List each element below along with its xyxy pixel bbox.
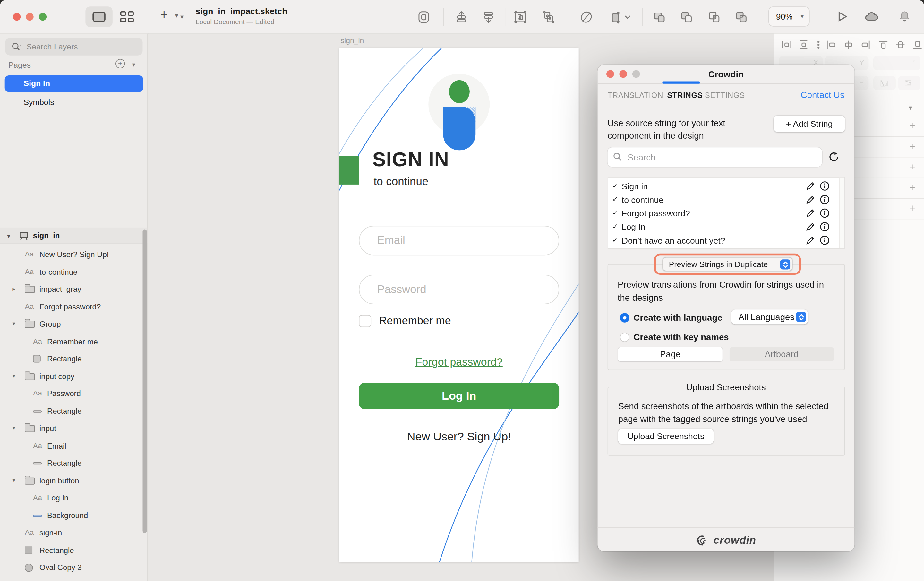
- move-forward-icon[interactable]: [454, 9, 469, 25]
- layer-row[interactable]: ▾input: [0, 420, 142, 437]
- layer-row[interactable]: Background: [0, 507, 142, 524]
- info-icon[interactable]: [820, 235, 830, 248]
- close-window-button[interactable]: [13, 13, 21, 20]
- layer-row[interactable]: ▸impact_gray: [0, 281, 142, 298]
- password-field[interactable]: [359, 275, 559, 304]
- zoom-level-dropdown[interactable]: 90% ▾: [768, 7, 810, 26]
- forgot-password-link[interactable]: Forgot password?: [340, 356, 579, 369]
- refresh-icon[interactable]: [827, 150, 840, 163]
- chevron-right-icon[interactable]: ▸: [13, 285, 15, 292]
- resize-tool-chevron-icon[interactable]: [624, 9, 632, 25]
- add-style-plus-icon[interactable]: +: [908, 163, 917, 172]
- add-style-plus-icon[interactable]: +: [908, 121, 917, 131]
- layer-row[interactable]: AaEmail: [0, 437, 142, 455]
- artboard-layer-row[interactable]: ▾ sign_in: [0, 228, 147, 243]
- insert-chevron-icon[interactable]: ▾: [175, 12, 178, 20]
- chevron-down-icon[interactable]: ▾: [7, 232, 10, 240]
- email-field[interactable]: [359, 226, 559, 255]
- document-title[interactable]: sign_in_impact.sketch: [196, 7, 287, 16]
- layer-row[interactable]: Oval Copy 3: [0, 559, 142, 576]
- log-in-button[interactable]: Log In: [359, 382, 559, 409]
- edit-pencil-icon[interactable]: [805, 235, 815, 248]
- chevron-down-icon[interactable]: ▾: [13, 477, 15, 483]
- chevron-down-icon[interactable]: ▾: [13, 424, 15, 431]
- create-with-key-names-radio[interactable]: [620, 333, 629, 342]
- string-row[interactable]: ✓ Log In: [608, 220, 838, 233]
- bell-icon[interactable]: [897, 9, 912, 25]
- difference-icon[interactable]: [734, 9, 749, 25]
- layer-row[interactable]: AaPassword: [0, 385, 142, 402]
- layer-row[interactable]: Aasign-in: [0, 524, 142, 541]
- string-row[interactable]: ✓ Sign in: [608, 179, 838, 193]
- subtract-icon[interactable]: [679, 9, 694, 25]
- canvas-view-toggle[interactable]: [85, 7, 112, 27]
- tab-settings[interactable]: SETTINGS: [705, 91, 745, 100]
- sign-up-text[interactable]: New User? Sign Up!: [340, 430, 579, 443]
- sidebar-scrollbar[interactable]: [142, 229, 147, 533]
- chevron-down-icon[interactable]: ▾: [13, 320, 15, 326]
- contact-us-link[interactable]: Contact Us: [801, 89, 845, 99]
- distribute-horizontally-icon[interactable]: [782, 40, 792, 50]
- edit-pencil-icon[interactable]: [805, 222, 815, 234]
- info-icon[interactable]: [820, 195, 830, 207]
- move-backward-icon[interactable]: [481, 9, 496, 25]
- oval-tool-icon[interactable]: [579, 9, 594, 25]
- components-view-toggle[interactable]: [120, 11, 134, 23]
- info-icon[interactable]: [820, 208, 830, 220]
- union-icon[interactable]: [652, 9, 667, 25]
- ungroup-icon[interactable]: [541, 9, 556, 25]
- string-row[interactable]: ✓ to continue: [608, 193, 838, 206]
- layer-row[interactable]: AaNew User? Sign Up!: [0, 246, 142, 263]
- zoom-window-button[interactable]: [39, 13, 46, 20]
- insert-button[interactable]: +: [160, 7, 168, 23]
- info-icon[interactable]: [820, 222, 830, 234]
- group-icon[interactable]: [513, 9, 528, 25]
- strings-search-input[interactable]: [626, 147, 815, 166]
- section-chevron-down-icon[interactable]: ▾: [909, 104, 912, 112]
- layer-row[interactable]: AaRemember me: [0, 333, 142, 350]
- layer-row[interactable]: ▾input copy: [0, 367, 142, 385]
- intersect-icon[interactable]: [706, 9, 722, 25]
- add-page-icon[interactable]: +: [116, 59, 125, 68]
- page-item-symbols[interactable]: Symbols: [5, 94, 144, 111]
- align-left-icon[interactable]: [826, 40, 837, 50]
- page-item-sign-in[interactable]: Sign In: [5, 75, 144, 92]
- strings-scrollbar[interactable]: [839, 177, 845, 248]
- search-layers-field[interactable]: [5, 38, 143, 56]
- create-with-language-radio[interactable]: [620, 313, 629, 322]
- layer-row[interactable]: AaForgot password?: [0, 298, 142, 315]
- chevron-down-icon[interactable]: ▾: [13, 372, 15, 379]
- layer-row[interactable]: Aato-continue: [0, 263, 142, 281]
- add-style-plus-icon[interactable]: +: [908, 142, 917, 152]
- info-icon[interactable]: [820, 181, 830, 194]
- upload-screenshots-button[interactable]: Upload Screenshots: [618, 429, 714, 444]
- edit-pencil-icon[interactable]: [805, 195, 815, 207]
- cloud-icon[interactable]: [864, 9, 879, 25]
- artboard[interactable]: SIGN IN to continue Remember me Forgot p…: [340, 48, 579, 562]
- edit-pencil-icon[interactable]: [805, 208, 815, 220]
- layer-row[interactable]: ▾login button: [0, 472, 142, 489]
- layer-row[interactable]: ▾Group: [0, 316, 142, 333]
- artboard-title-label[interactable]: sign_in: [341, 36, 364, 45]
- layer-row[interactable]: Rectangle: [0, 455, 142, 472]
- layer-row[interactable]: AaLog In: [0, 489, 142, 507]
- add-style-plus-icon[interactable]: +: [908, 183, 917, 193]
- minimize-window-button[interactable]: [26, 13, 34, 20]
- page-button[interactable]: Page: [618, 347, 723, 361]
- align-center-horizontal-icon[interactable]: [843, 40, 854, 50]
- tab-strings[interactable]: STRINGS: [667, 91, 703, 100]
- distribute-vertically-icon[interactable]: [799, 40, 809, 50]
- search-layers-input[interactable]: [25, 38, 137, 56]
- add-style-plus-icon[interactable]: +: [908, 204, 917, 214]
- tab-translation[interactable]: TRANSLATION: [608, 91, 663, 100]
- edit-pencil-icon[interactable]: [805, 181, 815, 194]
- preview-strings-dropdown[interactable]: Preview Strings in Duplicate: [662, 257, 792, 271]
- document-title-chevron-icon[interactable]: ▾: [180, 13, 183, 20]
- strings-search-field[interactable]: [608, 147, 822, 167]
- align-middle-vertical-icon[interactable]: [895, 40, 906, 50]
- artboard-button[interactable]: Artboard: [729, 347, 834, 361]
- symbol-badge-icon[interactable]: [416, 9, 432, 25]
- string-row[interactable]: ✓ Don’t have an account yet?: [608, 233, 838, 247]
- email-input[interactable]: [376, 226, 541, 254]
- remember-me-checkbox[interactable]: [359, 315, 371, 328]
